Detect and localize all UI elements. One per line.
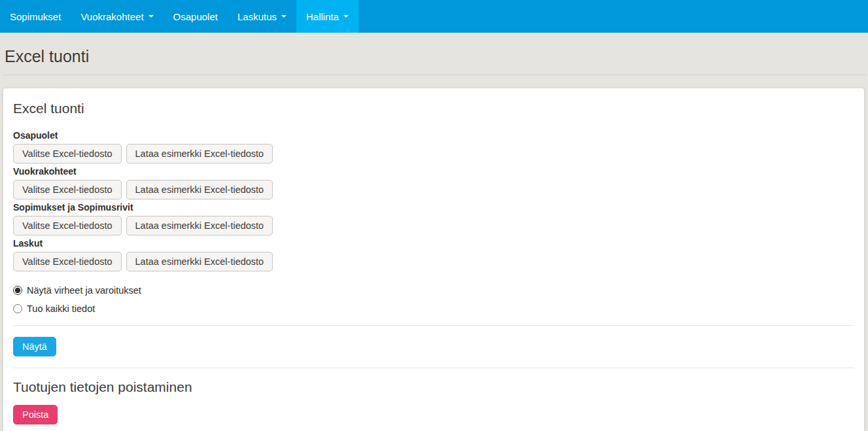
- import-group-label: Sopimukset ja Sopimusrivit: [13, 202, 854, 213]
- import-group-label: Vuokrakohteet: [13, 166, 854, 177]
- nav-item-label: Sopimukset: [10, 11, 61, 22]
- choose-file-button[interactable]: Valitse Excel-tiedosto: [13, 144, 122, 164]
- choose-file-button[interactable]: Valitse Excel-tiedosto: [13, 180, 122, 199]
- excel-import-panel: Excel tuonti Osapuolet Valitse Excel-tie…: [3, 88, 865, 431]
- import-all-radio[interactable]: [13, 304, 22, 313]
- divider: [13, 368, 854, 368]
- import-group-label: Laskut: [13, 238, 854, 249]
- button-row: Valitse Excel-tiedosto Lataa esimerkki E…: [13, 216, 854, 235]
- nav-item-label: Hallinta: [306, 11, 339, 22]
- radio-label: Näytä virheet ja varoitukset: [27, 285, 141, 296]
- divider: [13, 325, 854, 326]
- nav-item-hallinta[interactable]: Hallinta: [296, 0, 358, 33]
- radio-option-show-errors[interactable]: Näytä virheet ja varoitukset: [13, 285, 141, 296]
- page-header: Excel tuonti: [2, 33, 866, 75]
- radio-label: Tuo kaikki tiedot: [27, 303, 95, 314]
- import-group-sopimukset: Sopimukset ja Sopimusrivit Valitse Excel…: [13, 202, 854, 235]
- import-group-laskut: Laskut Valitse Excel-tiedosto Lataa esim…: [13, 238, 854, 271]
- button-row: Valitse Excel-tiedosto Lataa esimerkki E…: [13, 252, 854, 271]
- download-example-button[interactable]: Lataa esimerkki Excel-tiedosto: [126, 180, 273, 199]
- delete-section-heading: Tuotujen tietojen poistaminen: [13, 379, 854, 395]
- nav-item-laskutus[interactable]: Laskutus: [228, 0, 296, 33]
- nav-item-label: Laskutus: [237, 11, 277, 22]
- download-example-button[interactable]: Lataa esimerkki Excel-tiedosto: [126, 252, 273, 271]
- nav-item-label: Osapuolet: [173, 11, 218, 22]
- nav-item-vuokrakohteet[interactable]: Vuokrakohteet: [71, 0, 163, 33]
- chevron-down-icon: [281, 15, 286, 18]
- nav-item-label: Vuokrakohteet: [80, 11, 143, 22]
- choose-file-button[interactable]: Valitse Excel-tiedosto: [13, 252, 122, 271]
- import-group-osapuolet: Osapuolet Valitse Excel-tiedosto Lataa e…: [13, 130, 854, 164]
- delete-button[interactable]: Poista: [13, 405, 58, 424]
- button-row: Valitse Excel-tiedosto Lataa esimerkki E…: [13, 144, 854, 164]
- choose-file-button[interactable]: Valitse Excel-tiedosto: [13, 216, 122, 235]
- show-errors-radio[interactable]: [13, 286, 22, 295]
- button-row: Valitse Excel-tiedosto Lataa esimerkki E…: [13, 180, 854, 199]
- page-title: Excel tuonti: [2, 47, 866, 66]
- radio-option-import-all[interactable]: Tuo kaikki tiedot: [13, 303, 95, 314]
- import-group-label: Osapuolet: [13, 130, 854, 141]
- nav-item-sopimukset[interactable]: Sopimukset: [0, 0, 71, 33]
- panel-heading: Excel tuonti: [13, 101, 854, 116]
- download-example-button[interactable]: Lataa esimerkki Excel-tiedosto: [126, 216, 273, 235]
- show-button[interactable]: Näytä: [13, 337, 56, 356]
- nav-item-osapuolet[interactable]: Osapuolet: [164, 0, 228, 33]
- chevron-down-icon: [148, 15, 154, 18]
- top-navbar: Sopimukset Vuokrakohteet Osapuolet Lasku…: [0, 0, 868, 33]
- import-group-vuokrakohteet: Vuokrakohteet Valitse Excel-tiedosto Lat…: [13, 166, 854, 199]
- download-example-button[interactable]: Lataa esimerkki Excel-tiedosto: [126, 144, 273, 164]
- chevron-down-icon: [343, 15, 349, 18]
- import-mode-radio-group: Näytä virheet ja varoitukset Tuo kaikki …: [13, 285, 854, 314]
